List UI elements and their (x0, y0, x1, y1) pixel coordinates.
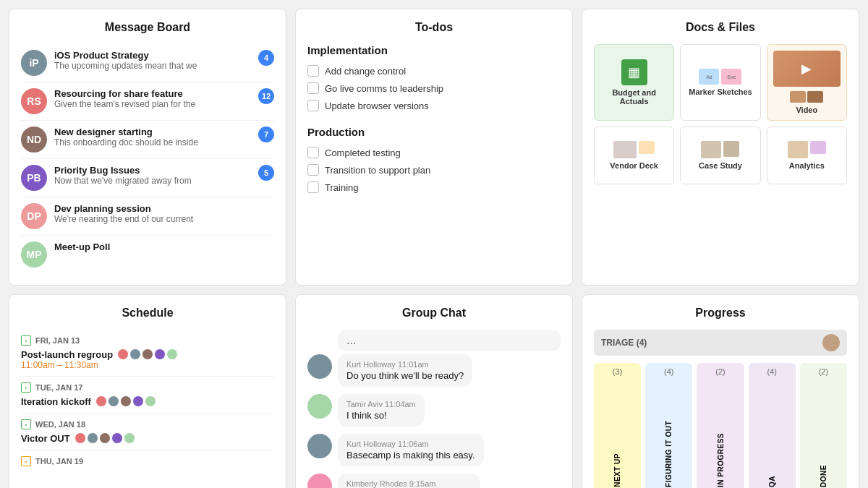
todo-item[interactable]: Completed testing (307, 144, 561, 161)
doc-label: Vendor Deck (610, 161, 658, 170)
sheet-icon: ▦ (621, 59, 647, 85)
schedule-event: Victor OUT (21, 432, 274, 444)
doc-label: Video (796, 106, 817, 114)
deck-thumbs (613, 141, 655, 158)
msg-content: Meet-up Poll (54, 241, 274, 252)
progress-content: TRIAGE (4) (3) NEXT UP (4) FIGURING IT O… (594, 330, 847, 488)
doc-label: Marker Sketches (689, 87, 752, 96)
schedule-item[interactable]: ▪ WED, JAN 18 Victor OUT (21, 414, 274, 450)
avatar: DP (21, 203, 47, 229)
calendar-icon: ▪ (21, 419, 31, 429)
event-avatars (95, 395, 156, 407)
schedule-item[interactable]: ▪ TUE, JAN 17 Iteration kickoff (21, 377, 274, 414)
chat-sender: Kimberly Rhodes 9:15am (346, 479, 472, 488)
message-item[interactable]: ND New designer starting This onboarding… (21, 121, 274, 159)
chat-avatar (307, 434, 332, 458)
mini-avatar (142, 348, 153, 360)
todos-content: Implementation Add change control Go liv… (307, 44, 561, 196)
doc-item[interactable]: Analytics (767, 127, 847, 184)
calendar-icon: ▪ (21, 456, 31, 466)
doc-label: Budget and Actuals (600, 88, 668, 106)
avatar: PB (21, 165, 47, 191)
todo-checkbox[interactable] (307, 181, 319, 193)
todo-checkbox[interactable] (307, 147, 319, 158)
kanban-column[interactable]: (3) NEXT UP (594, 363, 641, 488)
mini-avatar (87, 432, 98, 444)
thumb (723, 141, 739, 157)
chat-bubble: Kurt Holloway 11:06am Basecamp is making… (338, 434, 484, 466)
todo-label: Transition to support plan (325, 165, 430, 176)
schedule-item[interactable]: ▪ THU, JAN 19 (21, 450, 274, 475)
avatar: RS (21, 88, 47, 114)
todo-item[interactable]: Training (307, 179, 561, 196)
todo-checkbox[interactable] (307, 82, 319, 94)
docs-grid: ▦ Budget and Actuals Ad Eve Marker Sketc… (594, 44, 847, 184)
schedule-list: ▪ FRI, JAN 13 Post-launch regroup 11:00a… (21, 330, 274, 475)
event-avatars (117, 348, 178, 360)
kanban-column[interactable]: (4) FIGURING IT OUT (645, 363, 692, 488)
chat-message: Tamir Aviv 11:04am I think so! (307, 394, 561, 427)
doc-item[interactable]: Case Study (680, 127, 760, 184)
case-thumbs (701, 141, 739, 158)
doc-item[interactable]: ▶ Video (767, 44, 847, 121)
todo-item[interactable]: Update browser versions (307, 97, 561, 114)
video-thumb (790, 91, 806, 103)
schedule-title: Schedule (21, 307, 274, 320)
todo-checkbox[interactable] (307, 164, 319, 176)
kanban-count: (3) (613, 367, 622, 376)
kanban-column[interactable]: (2) DONE (800, 363, 847, 488)
msg-title: New designer starting (54, 127, 251, 137)
schedule-item[interactable]: ▪ FRI, JAN 13 Post-launch regroup 11:00a… (21, 330, 274, 377)
msg-title: iOS Product Strategy (54, 50, 251, 61)
todos-title: To-dos (307, 21, 561, 34)
doc-item[interactable]: Vendor Deck (594, 127, 674, 184)
chat-message: Kurt Holloway 11:01am Do you think we'll… (307, 354, 561, 387)
chat-message: Kurt Holloway 11:06am Basecamp is making… (307, 434, 561, 466)
message-board-title: Message Board (21, 21, 274, 34)
msg-content: iOS Product Strategy The upcoming update… (54, 50, 251, 71)
todo-label: Add change control (325, 66, 406, 77)
event-avatars (75, 432, 135, 444)
chat-messages: Kurt Holloway 11:01am Do you think we'll… (307, 354, 561, 488)
mini-avatar (120, 395, 132, 407)
doc-item[interactable]: Ad Eve Marker Sketches (680, 44, 760, 121)
schedule-date: ▪ FRI, JAN 13 (21, 335, 274, 346)
group-chat-panel: Group Chat ... Kurt Holloway 11:01am Do … (295, 294, 573, 488)
msg-badge: 12 (258, 88, 274, 104)
doc-label: Analytics (789, 161, 825, 170)
msg-content: Priority Bug Issues Now that we've migra… (54, 165, 251, 186)
message-item[interactable]: MP Meet-up Poll (21, 236, 274, 273)
chat-bubble: Kurt Holloway 11:01am Do you think we'll… (338, 354, 472, 387)
message-item[interactable]: DP Dev planning session We're nearing th… (21, 197, 274, 236)
chat-avatar (307, 354, 332, 379)
todo-label: Update browser versions (325, 100, 429, 111)
mini-avatar (166, 348, 178, 360)
todo-checkbox[interactable] (307, 65, 319, 77)
todo-checkbox[interactable] (307, 100, 319, 111)
todo-item[interactable]: Go live comms to leadership (307, 80, 561, 97)
todo-section: Implementation Add change control Go liv… (307, 44, 561, 114)
schedule-date: ▪ THU, JAN 19 (21, 456, 274, 466)
todos-panel: To-dos Implementation Add change control… (295, 9, 573, 286)
todo-item[interactable]: Add change control (307, 62, 561, 80)
kanban-column[interactable]: (4) QA (749, 363, 796, 488)
avatar: ND (21, 127, 47, 153)
chat-bubble: Tamir Aviv 11:04am I think so! (338, 394, 425, 427)
mini-avatar (117, 348, 129, 360)
doc-label: Case Study (699, 161, 742, 170)
message-item[interactable]: RS Resourcing for share feature Given th… (21, 82, 274, 121)
todo-section: Production Completed testing Transition … (307, 126, 561, 196)
sketch-thumbs: Ad Eve (699, 69, 741, 85)
message-item[interactable]: PB Priority Bug Issues Now that we've mi… (21, 159, 274, 197)
mini-avatar (108, 395, 119, 407)
msg-preview: Given the team's revised plan for the (54, 99, 251, 109)
message-item[interactable]: iP iOS Product Strategy The upcoming upd… (21, 44, 274, 82)
kanban-label: DONE (817, 459, 830, 488)
doc-item[interactable]: ▦ Budget and Actuals (594, 44, 674, 121)
kanban-column[interactable]: (2) IN PROGRESS (697, 363, 744, 488)
calendar-icon: ▪ (21, 335, 31, 346)
todo-item[interactable]: Transition to support plan (307, 161, 561, 179)
schedule-date: ▪ TUE, JAN 17 (21, 382, 274, 393)
kanban-board: (3) NEXT UP (4) FIGURING IT OUT (2) IN P… (594, 363, 847, 488)
thumb (701, 141, 721, 158)
